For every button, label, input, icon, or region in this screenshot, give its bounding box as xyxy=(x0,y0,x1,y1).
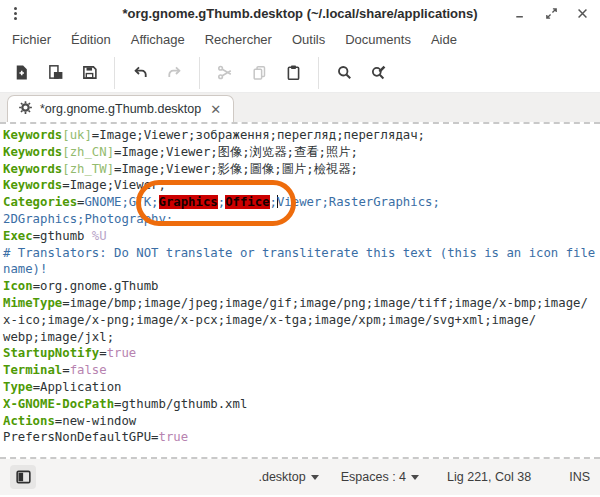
editor-line: StartupNotify=true xyxy=(3,345,600,362)
window-controls xyxy=(513,6,590,21)
code-segment: Icon xyxy=(3,279,33,293)
search-icon[interactable] xyxy=(329,59,359,87)
menu-outils[interactable]: Outils xyxy=(282,28,335,51)
menu-edition[interactable]: Édition xyxy=(61,28,121,51)
save-icon[interactable] xyxy=(74,59,104,87)
code-segment: Exec xyxy=(3,229,33,243)
code-segment: =Image;Viewer;图像;浏览器;查看;照片; xyxy=(114,145,358,159)
editor-line: x-ico;image/x-png;image/x-pcx;image/x-tg… xyxy=(3,312,600,329)
code-segment: Viewer;RasterGraphics; xyxy=(277,195,440,209)
search-replace-icon[interactable] xyxy=(363,59,393,87)
menu-aide[interactable]: Aide xyxy=(421,28,467,51)
menu-fichier[interactable]: Fichier xyxy=(2,28,61,51)
code-segment: webp;image/jxl; xyxy=(3,330,114,344)
editor-line: MimeType=image/bmp;image/jpeg;image/gif;… xyxy=(3,295,600,312)
menu-affichage[interactable]: Affichage xyxy=(121,28,195,51)
cursor-position[interactable]: Lig 221, Col 38 xyxy=(447,470,531,484)
language-selector[interactable]: .desktop xyxy=(258,470,318,484)
statusbar: .desktop Espaces : 4 Lig 221, Col 38 INS xyxy=(0,459,600,495)
cut-icon[interactable] xyxy=(210,59,240,87)
code-segment: =image/bmp;image/jpeg;image/gif;image/pn… xyxy=(62,296,588,310)
code-segment: name)! xyxy=(3,262,47,276)
gear-icon xyxy=(18,100,33,118)
toolbar xyxy=(0,53,600,92)
app-menu-kebab-icon[interactable] xyxy=(10,5,21,22)
editor-line: 2DGraphics;Photography; xyxy=(3,211,600,228)
code-segment: Categories xyxy=(3,195,77,209)
undo-icon[interactable] xyxy=(125,59,155,87)
code-segment: X-GNOME-DocPath xyxy=(3,397,114,411)
code-segment: =Application xyxy=(33,380,122,394)
code-segment: Actions xyxy=(3,414,55,428)
code-segment: Type xyxy=(3,380,33,394)
editor-line: Exec=gthumb %U xyxy=(3,228,600,245)
statusbar-right: .desktop Espaces : 4 Lig 221, Col 38 INS xyxy=(258,470,590,484)
code-segment: [zh_TW] xyxy=(62,162,114,176)
language-label: .desktop xyxy=(258,470,305,484)
editor-line: # Translators: Do NOT translate or trans… xyxy=(3,245,600,262)
code-segment: =Image;Viewer;зображення;перегляд;перегл… xyxy=(92,128,425,142)
code-segment: = xyxy=(99,346,106,360)
new-document-icon[interactable] xyxy=(6,59,36,87)
gedit-window: *org.gnome.gThumb.desktop (~/.local/shar… xyxy=(0,0,600,497)
editor-line: webp;image/jxl; xyxy=(3,329,600,346)
side-panel-toggle-icon[interactable] xyxy=(10,465,36,489)
redo-icon[interactable] xyxy=(159,59,189,87)
toolbar-separator xyxy=(318,57,319,89)
code-segment: Terminal xyxy=(3,363,62,377)
editor-line: Icon=org.gnome.gThumb xyxy=(3,278,600,295)
chevron-down-icon xyxy=(311,475,319,480)
editor-line: Keywords[uk]=Image;Viewer;зображення;пер… xyxy=(3,127,600,144)
code-segment: # Translators: Do NOT translate or trans… xyxy=(3,246,595,260)
close-icon[interactable]: ✕ xyxy=(208,102,223,117)
code-segment: =org.gnome.gThumb xyxy=(33,279,159,293)
code-segment: =gthumb/gthumb.xml xyxy=(114,397,247,411)
editor-line: Terminal=false xyxy=(3,362,600,379)
code-segment: [uk] xyxy=(62,128,92,142)
code-segment: PrefersNonDefaultGPU= xyxy=(3,430,158,444)
code-segment: true xyxy=(107,346,137,360)
code-segment: = xyxy=(62,363,69,377)
open-document-icon[interactable] xyxy=(40,59,70,87)
tab-label: *org.gnome.gThumb.desktop xyxy=(40,102,201,116)
close-icon[interactable] xyxy=(575,6,590,21)
titlebar: *org.gnome.gThumb.desktop (~/.local/shar… xyxy=(0,0,600,26)
editor-line: X-GNOME-DocPath=gthumb/gthumb.xml xyxy=(3,396,600,413)
insert-mode-indicator[interactable]: INS xyxy=(569,470,590,484)
code-segment: false xyxy=(70,363,107,377)
code-segment: StartupNotify xyxy=(3,346,99,360)
restore-icon[interactable] xyxy=(544,6,559,21)
search-match: Graphics xyxy=(159,195,218,209)
copy-icon[interactable] xyxy=(244,59,274,87)
tab-width-selector[interactable]: Espaces : 4 xyxy=(341,470,419,484)
editor-line: name)! xyxy=(3,261,600,278)
text-editor-area[interactable]: Keywords[uk]=Image;Viewer;зображення;пер… xyxy=(0,122,600,459)
code-view: Keywords[uk]=Image;Viewer;зображення;пер… xyxy=(0,124,600,446)
code-segment: =gthumb xyxy=(33,229,92,243)
editor-line: Keywords=Image;Viewer; xyxy=(3,177,600,194)
menubar: Fichier Édition Affichage Rechercher Out… xyxy=(0,26,600,53)
window-title: *org.gnome.gThumb.desktop (~/.local/shar… xyxy=(0,6,600,21)
code-segment: =new-window xyxy=(55,414,136,428)
tab-org-gnome-gthumb-desktop[interactable]: *org.gnome.gThumb.desktop ✕ xyxy=(7,95,234,122)
menu-rechercher[interactable]: Rechercher xyxy=(195,28,282,51)
code-segment: =Image;Viewer; xyxy=(62,178,166,192)
code-segment: %U xyxy=(92,229,107,243)
code-segment: 2DGraphics;Photography; xyxy=(3,212,173,226)
code-segment: x-ico;image/x-png;image/x-pcx;image/x-tg… xyxy=(3,313,536,327)
code-segment: Keywords xyxy=(3,145,62,159)
code-segment: GNOME;GTK; xyxy=(84,195,158,209)
editor-line: Keywords[zh_CN]=Image;Viewer;图像;浏览器;查看;照… xyxy=(3,144,600,161)
editor-line: Keywords[zh_TW]=Image;Viewer;影像;圖像;圖片;檢視… xyxy=(3,161,600,178)
paste-icon[interactable] xyxy=(278,59,308,87)
menu-documents[interactable]: Documents xyxy=(335,28,421,51)
editor-line: Actions=new-window xyxy=(3,413,600,430)
toolbar-separator xyxy=(199,57,200,89)
code-segment: true xyxy=(158,430,188,444)
editor-line: Categories=GNOME;GTK;Graphics;Office;Vie… xyxy=(3,194,600,211)
toolbar-separator xyxy=(114,57,115,89)
code-segment: Keywords xyxy=(3,178,62,192)
editor-line: Type=Application xyxy=(3,379,600,396)
minimize-icon[interactable] xyxy=(513,6,528,21)
code-segment: Keywords xyxy=(3,162,62,176)
